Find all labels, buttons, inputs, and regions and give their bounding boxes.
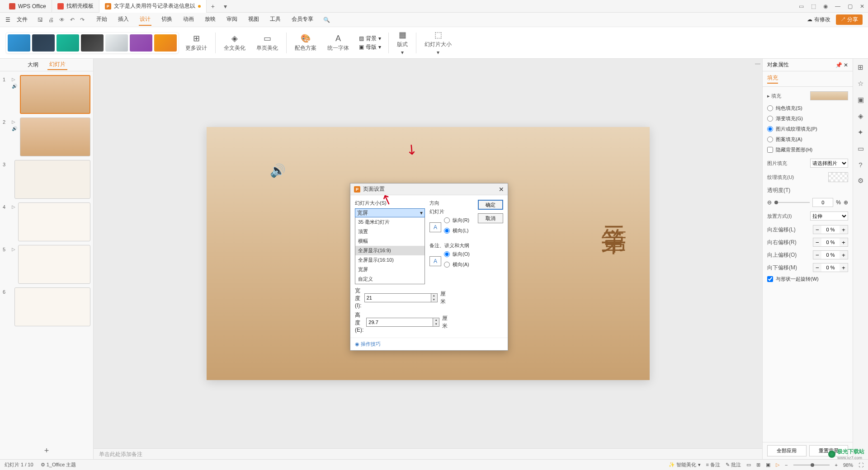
more-design-button[interactable]: ⊞更多设计 — [181, 32, 212, 54]
slide-size-dropdown[interactable]: 宽屏▾ — [355, 208, 425, 217]
zoom-in-button[interactable]: + — [835, 462, 838, 468]
tab-tools[interactable]: 工具 — [269, 14, 282, 26]
maximize-button[interactable]: ▢ — [848, 3, 853, 9]
texture-swatch[interactable] — [828, 172, 848, 182]
cube-icon[interactable]: ⬚ — [811, 3, 816, 9]
new-tab-button[interactable]: + — [207, 3, 219, 10]
add-slide-button[interactable]: + — [0, 442, 93, 459]
page-indicator[interactable]: 幻灯片 1 / 10 — [5, 461, 33, 468]
collapse-ribbon-button[interactable]: — — [755, 61, 760, 67]
cloud-modified[interactable]: ☁ 有修改 — [807, 16, 830, 24]
slides-tab[interactable]: 幻灯片 — [47, 60, 67, 70]
slide-thumb-3[interactable] — [14, 160, 90, 199]
tab-design[interactable]: 设计 — [139, 14, 151, 26]
dd-16-10[interactable]: 全屏显示(16:10) — [355, 255, 425, 265]
side-settings-icon[interactable]: ⊞ — [858, 63, 863, 71]
template-7[interactable] — [154, 34, 177, 52]
speaker-icon[interactable]: 🔊 — [270, 163, 286, 178]
offset-top-stepper[interactable]: −+ — [813, 250, 848, 259]
side-image-icon[interactable]: ▭ — [858, 145, 864, 153]
pin-icon[interactable]: 📌 — [835, 62, 842, 68]
tab-review[interactable]: 审阅 — [226, 14, 238, 26]
minimize-button[interactable]: — — [835, 3, 840, 9]
save-icon[interactable]: 🖫 — [38, 17, 43, 23]
zoom-out-button[interactable]: − — [785, 462, 788, 468]
pic-select[interactable]: 请选择图片 — [810, 159, 848, 168]
template-3[interactable] — [57, 34, 79, 52]
master-button[interactable]: ▣母版 ▾ — [359, 43, 381, 51]
fit-screen-button[interactable]: ⛶ — [859, 462, 863, 468]
tab-animation[interactable]: 动画 — [182, 14, 195, 26]
reader-icon[interactable]: ▭ — [799, 3, 804, 9]
solid-fill-radio[interactable] — [767, 105, 773, 111]
single-beautify-button[interactable]: ▭单页美化 — [252, 32, 283, 54]
fill-tab[interactable]: 填充 — [767, 74, 778, 84]
hide-bg-checkbox[interactable] — [767, 147, 773, 153]
view-normal-icon[interactable]: ▭ — [746, 462, 751, 468]
template-2[interactable] — [32, 34, 55, 52]
theme-indicator[interactable]: ⚙ 1_Office 主题 — [41, 461, 76, 468]
template-1[interactable] — [8, 34, 30, 52]
offset-right-stepper[interactable]: −+ — [813, 238, 848, 247]
zoom-level[interactable]: 98% — [843, 462, 853, 468]
tab-start[interactable]: 开始 — [95, 14, 108, 26]
tab-slideshow[interactable]: 放映 — [204, 14, 217, 26]
file-menu[interactable]: 文件 — [14, 16, 30, 24]
slide-size-button[interactable]: ⬚幻灯片大小 ▾ — [420, 28, 456, 57]
rotate-with-checkbox[interactable] — [767, 276, 773, 282]
offset-bottom-stepper[interactable]: −+ — [813, 263, 848, 272]
comments-toggle[interactable]: ✎ 批注 — [726, 461, 741, 468]
share-button[interactable]: ↗ 分享 — [836, 14, 863, 25]
slide-thumb-2[interactable] — [20, 118, 90, 156]
redo-icon[interactable]: ↷ — [80, 17, 85, 23]
template-gallery[interactable] — [5, 32, 179, 54]
slide-thumb-1[interactable] — [20, 75, 90, 114]
side-style-icon[interactable]: ◈ — [858, 112, 863, 120]
tab-dropdown[interactable]: ▾ — [219, 3, 231, 10]
close-button[interactable]: ✕ — [860, 3, 864, 9]
hamburger-icon[interactable]: ☰ — [5, 17, 10, 23]
side-tools-icon[interactable]: ✦ — [858, 128, 863, 136]
notes-toggle[interactable]: ≡ 备注 — [706, 461, 720, 468]
tab-view[interactable]: 视图 — [247, 14, 260, 26]
dd-overhead[interactable]: 顶置 — [355, 227, 425, 236]
dd-widescreen[interactable]: 宽屏 — [355, 265, 425, 274]
dd-35mm[interactable]: 35 毫米幻灯片 — [355, 217, 425, 227]
side-layers-icon[interactable]: ▣ — [858, 96, 864, 104]
dd-custom[interactable]: 自定义 — [355, 274, 425, 284]
app-tab[interactable]: WPS Office — [4, 0, 52, 13]
height-input[interactable]: ▴▾ — [366, 318, 439, 327]
print-icon[interactable]: 🖨 — [48, 17, 54, 23]
apply-all-button[interactable]: 全部应用 — [767, 445, 807, 456]
search-icon[interactable]: 🔍 — [323, 17, 330, 23]
slide-thumb-4[interactable] — [18, 202, 90, 241]
view-reading-icon[interactable]: ▣ — [766, 462, 770, 468]
cancel-button[interactable]: 取消 — [478, 213, 503, 223]
document-tab[interactable]: P文字是人类用符号记录表达信息以 — [99, 0, 207, 13]
fill-preview-swatch[interactable] — [810, 91, 848, 100]
background-button[interactable]: ▨背景 ▾ — [359, 35, 381, 42]
transparency-value[interactable] — [812, 198, 833, 207]
avatar-icon[interactable]: ◉ — [823, 3, 828, 9]
tab-transition[interactable]: 切换 — [160, 14, 173, 26]
view-sorter-icon[interactable]: ⊞ — [756, 462, 760, 468]
preview-icon[interactable]: 👁 — [59, 17, 65, 23]
side-star-icon[interactable]: ☆ — [858, 80, 863, 88]
offset-left-stepper[interactable]: −+ — [813, 225, 848, 234]
tips-link[interactable]: ◉ 操作技巧 — [355, 341, 381, 347]
landscape-a-radio[interactable] — [444, 262, 450, 268]
pattern-fill-radio[interactable] — [767, 136, 773, 142]
gradient-fill-radio[interactable] — [767, 116, 773, 122]
undo-icon[interactable]: ↶ — [70, 17, 75, 23]
tab-member[interactable]: 会员专享 — [291, 14, 314, 26]
side-help-icon[interactable]: ? — [859, 161, 862, 169]
template-6[interactable] — [130, 34, 152, 52]
tab-insert[interactable]: 插入 — [117, 14, 130, 26]
dd-banner[interactable]: 横幅 — [355, 236, 425, 246]
slide-thumb-5[interactable] — [18, 245, 90, 284]
landscape-l-radio[interactable] — [444, 228, 450, 234]
template-tab[interactable]: 找稻壳模板 — [52, 0, 99, 13]
dd-16-9[interactable]: 全屏显示(16:9) — [355, 246, 425, 255]
portrait-r-radio[interactable] — [444, 217, 450, 223]
view-slideshow-icon[interactable]: ▷ — [776, 462, 779, 468]
